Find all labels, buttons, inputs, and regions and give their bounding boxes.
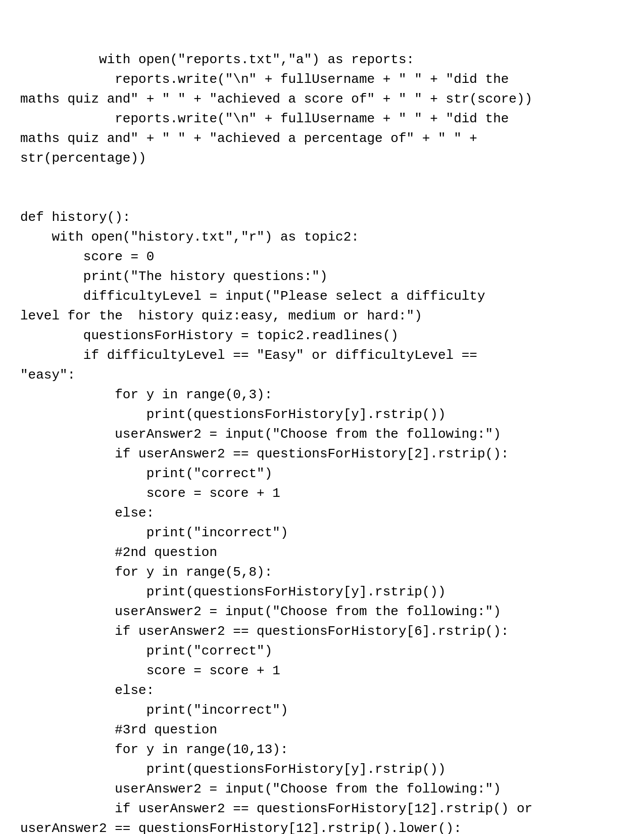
code-block: with open("reports.txt","a") as reports:…	[0, 0, 644, 834]
code-text: with open("reports.txt","a") as reports:…	[20, 52, 532, 834]
